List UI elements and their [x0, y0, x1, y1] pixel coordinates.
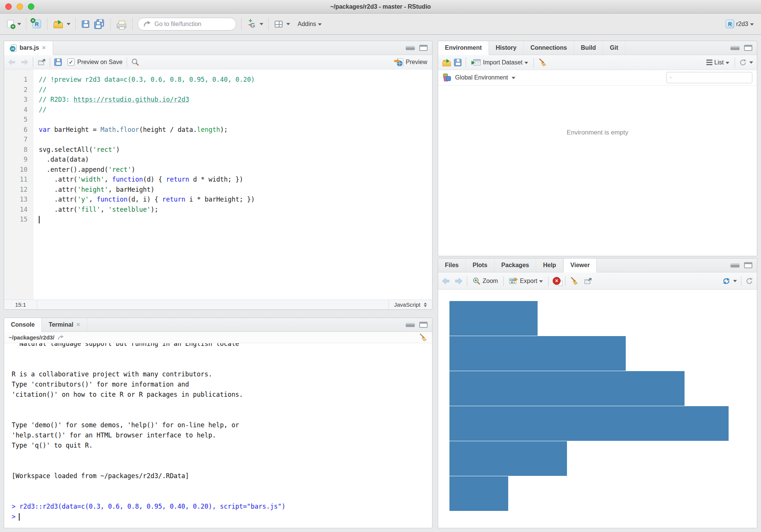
save-button[interactable] — [81, 19, 90, 29]
tab-build[interactable]: Build — [574, 41, 603, 55]
refresh-environment-icon[interactable] — [739, 59, 747, 66]
console-input-line: > r2d3::r2d3(data=c(0.3, 0.6, 0.8, 0.95,… — [12, 501, 432, 512]
workspace-panes-button[interactable] — [274, 20, 284, 29]
console-output-line: Type 'q()' to quit R. — [12, 440, 432, 451]
tab-files[interactable]: Files — [438, 258, 466, 272]
save-workspace-icon[interactable] — [454, 59, 461, 66]
tab-bars-js[interactable]: JS bars.js — [4, 41, 53, 55]
save-source-icon[interactable] — [54, 58, 62, 66]
close-tab-icon[interactable] — [42, 44, 46, 52]
toolbar-separator — [467, 276, 467, 286]
code-line: var barHeight = Math.floor(height / data… — [39, 125, 432, 135]
sync-viewer-icon[interactable] — [722, 277, 730, 285]
console-output-line — [12, 461, 432, 471]
export-dropdown-icon — [539, 280, 543, 284]
language-mode-selector[interactable]: JavaScript — [388, 300, 432, 309]
minimize-pane-icon[interactable] — [406, 323, 415, 327]
new-file-button[interactable] — [6, 19, 15, 29]
zoom-button[interactable]: Zoom — [471, 276, 499, 286]
preview-on-save-label: Preview on Save — [77, 59, 122, 66]
toolbar-separator — [741, 276, 741, 286]
environment-search[interactable] — [666, 72, 752, 83]
maximize-pane-icon[interactable] — [419, 322, 428, 328]
close-terminal-icon[interactable] — [76, 321, 80, 329]
sync-dropdown-icon[interactable] — [733, 280, 737, 284]
tab-plots[interactable]: Plots — [466, 258, 494, 272]
tab-environment[interactable]: Environment — [438, 41, 489, 55]
goto-directory-icon[interactable] — [58, 335, 64, 341]
version-control-button[interactable]: +−G — [246, 18, 257, 31]
window-title: ~/packages/r2d3 - master - RStudio — [330, 3, 431, 10]
environment-search-input[interactable] — [674, 75, 749, 81]
console-output-line — [12, 491, 432, 501]
back-icon[interactable] — [8, 59, 17, 66]
new-file-dropdown[interactable] — [17, 23, 21, 27]
code-editor[interactable]: 123456789101112131415 // !preview r2d3 d… — [4, 69, 432, 300]
refresh-dropdown-icon[interactable] — [749, 61, 753, 66]
save-icon — [82, 20, 89, 28]
minimize-pane-icon[interactable] — [730, 263, 740, 268]
export-button[interactable]: Export — [508, 276, 544, 286]
popout-icon[interactable] — [37, 59, 46, 66]
find-icon[interactable] — [131, 58, 139, 66]
preview-on-save-checkbox[interactable] — [67, 58, 75, 66]
close-window-button[interactable] — [5, 3, 12, 10]
code-line: // R2D3: https://rstudio.github.io/r2d3 — [39, 95, 432, 105]
scope-dropdown-icon[interactable] — [512, 77, 515, 81]
tab-packages[interactable]: Packages — [495, 258, 536, 272]
editor-statusbar: 15:1 JavaScript — [4, 300, 432, 309]
list-view-button[interactable]: List — [705, 58, 730, 67]
remove-viewer-item-button[interactable] — [553, 277, 561, 285]
export-image-icon — [509, 277, 518, 285]
tab-git[interactable]: Git — [603, 41, 625, 55]
tab-help[interactable]: Help — [536, 258, 563, 272]
goto-file-input[interactable] — [154, 21, 226, 28]
fullscreen-window-button[interactable] — [28, 3, 34, 10]
maximize-pane-icon[interactable] — [744, 262, 752, 268]
workspace-panes-dropdown[interactable] — [286, 23, 290, 27]
cursor-position[interactable]: 15:1 — [4, 300, 37, 309]
print-button[interactable] — [116, 19, 127, 29]
tab-connections[interactable]: Connections — [524, 41, 574, 55]
minimize-window-button[interactable] — [17, 3, 23, 10]
tab-label: Terminal — [49, 321, 73, 328]
tab-terminal[interactable]: Terminal — [42, 318, 87, 332]
popout-viewer-icon[interactable] — [584, 278, 592, 284]
back-icon[interactable] — [442, 278, 451, 284]
tab-label: Viewer — [570, 262, 590, 269]
new-project-button[interactable] — [31, 18, 42, 29]
save-all-button[interactable] — [93, 18, 105, 30]
console-output-line — [12, 481, 432, 491]
addins-button[interactable]: Addins — [296, 20, 323, 29]
tab-viewer[interactable]: Viewer — [563, 258, 597, 272]
project-dropdown-icon — [750, 23, 754, 28]
clear-console-icon[interactable] — [419, 333, 428, 342]
import-dataset-button[interactable]: Import Dataset — [470, 58, 529, 67]
clear-viewer-icon[interactable] — [570, 277, 579, 286]
maximize-pane-icon[interactable] — [744, 45, 752, 51]
code-area[interactable]: // !preview r2d3 data=c(0.3, 0.6, 0.8, 0… — [34, 69, 432, 300]
open-recent-dropdown[interactable] — [67, 23, 70, 27]
refresh-viewer-icon[interactable] — [746, 277, 753, 285]
toolbar-separator — [548, 276, 549, 286]
preview-button[interactable]: Preview — [393, 57, 428, 68]
clear-environment-icon[interactable] — [538, 58, 547, 67]
console-output[interactable]: Natural language support but running in … — [4, 343, 432, 528]
minimize-pane-icon[interactable] — [406, 46, 415, 50]
zoom-icon — [472, 277, 481, 285]
open-file-button[interactable] — [52, 19, 64, 29]
maximize-pane-icon[interactable] — [419, 45, 428, 51]
zoom-label: Zoom — [483, 278, 498, 284]
working-directory: ~/packages/r2d3/ — [9, 334, 54, 341]
forward-icon[interactable] — [454, 278, 463, 284]
forward-icon[interactable] — [20, 59, 29, 66]
environment-scope-selector[interactable]: Global Environment — [455, 74, 508, 81]
version-control-dropdown[interactable] — [260, 23, 263, 27]
tab-console[interactable]: Console — [4, 318, 42, 332]
tab-history[interactable]: History — [489, 41, 524, 55]
project-menu-button[interactable]: r2d3 — [724, 18, 755, 29]
minimize-pane-icon[interactable] — [730, 46, 740, 50]
load-workspace-icon[interactable] — [442, 61, 451, 66]
code-line: .attr('y', function(d, i) { return i * b… — [39, 194, 432, 205]
goto-file-search[interactable] — [138, 18, 236, 31]
